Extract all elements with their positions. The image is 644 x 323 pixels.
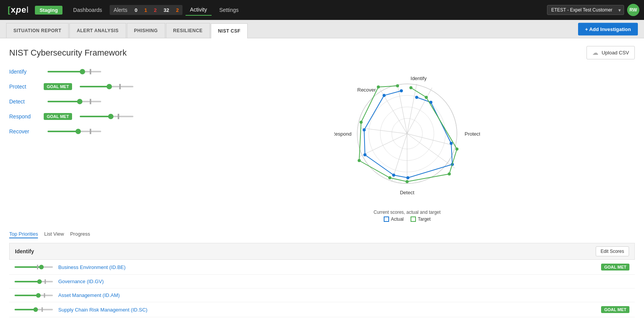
list-item-label-id-am[interactable]: Asset Management (ID.AM) bbox=[58, 292, 629, 298]
list-item-label-id-sc[interactable]: Supply Chain Risk Management (ID.SC) bbox=[58, 307, 596, 313]
slider-row-identify: Identify bbox=[9, 69, 170, 75]
slider-fill-detect bbox=[48, 101, 80, 102]
alert-count-0[interactable]: 0 bbox=[131, 5, 141, 15]
slider-thumb-recover bbox=[76, 129, 81, 134]
list-item-slider-id-sc[interactable] bbox=[15, 309, 53, 310]
svg-point-33 bbox=[377, 85, 380, 89]
list-thumb-id-gv bbox=[37, 279, 42, 284]
radar-label-identify: Identify bbox=[411, 75, 427, 81]
tab-phishing[interactable]: PHISHING bbox=[127, 23, 165, 38]
slider-track-protect[interactable] bbox=[80, 86, 133, 87]
upload-csv-button[interactable]: ☁ Upload CSV bbox=[586, 46, 635, 59]
radar-section: Identify Protect Detect Respond Recover … bbox=[179, 69, 635, 222]
tab-resilience[interactable]: RESILIENCE bbox=[166, 23, 210, 38]
svg-line-8 bbox=[407, 134, 455, 168]
top-navigation: [xpel Staging Dashboards Alerts 0 1 2 32… bbox=[0, 0, 644, 20]
svg-line-11 bbox=[359, 134, 407, 157]
customer-selector[interactable]: ETEST - Expel Test Customer bbox=[547, 5, 624, 15]
add-investigation-button[interactable]: + Add Investigation bbox=[578, 23, 638, 35]
list-item-id-be: Business Environment (ID.BE) GOAL MET bbox=[9, 260, 635, 275]
list-item-slider-id-be[interactable] bbox=[15, 266, 53, 268]
customer-selector-wrap: ETEST - Expel Test Customer bbox=[547, 5, 624, 15]
slider-fill-recover bbox=[48, 131, 78, 132]
slider-target-identify bbox=[90, 69, 91, 74]
slider-label-respond[interactable]: Respond bbox=[9, 113, 44, 120]
page-header: NIST Cybersecurity Framework ☁ Upload CS… bbox=[9, 46, 635, 59]
list-target-id-be bbox=[37, 265, 38, 269]
nav-dashboards[interactable]: Dashboards bbox=[69, 5, 107, 15]
radar-actual-line bbox=[364, 91, 452, 178]
list-thumb-id-be bbox=[39, 265, 44, 269]
list-fill-id-gv bbox=[15, 281, 39, 282]
svg-point-20 bbox=[392, 174, 395, 177]
slider-track-identify[interactable] bbox=[48, 71, 101, 72]
tab-alert-analysis[interactable]: ALERT ANALYSIS bbox=[69, 23, 126, 38]
list-item-id-sc: Supply Chain Risk Management (ID.SC) GOA… bbox=[9, 302, 635, 317]
radar-label-respond: Respond bbox=[334, 131, 352, 137]
radar-label-protect: Protect bbox=[465, 131, 480, 137]
slider-track-detect[interactable] bbox=[48, 101, 101, 102]
list-item-slider-id-gv[interactable] bbox=[15, 281, 53, 282]
legend-items: Actual Target bbox=[374, 216, 441, 222]
alert-count-1[interactable]: 1 bbox=[141, 5, 150, 15]
legend-actual: Actual bbox=[384, 216, 404, 222]
legend-target-label: Target bbox=[418, 216, 430, 222]
slider-track-recover[interactable] bbox=[48, 131, 101, 132]
slider-label-identify[interactable]: Identify bbox=[9, 69, 44, 75]
view-tab-progress[interactable]: Progress bbox=[70, 231, 90, 238]
list-item-label-id-be[interactable]: Business Environment (ID.BE) bbox=[58, 264, 596, 270]
slider-target-respond bbox=[118, 114, 119, 119]
slider-row-recover: Recover bbox=[9, 128, 170, 134]
list-target-id-gv bbox=[45, 279, 46, 284]
list-item-label-id-gv[interactable]: Governance (ID.GV) bbox=[58, 279, 629, 284]
slider-fill-protect bbox=[80, 86, 109, 87]
radar-label-recover: Recover bbox=[357, 87, 376, 93]
list-item-slider-id-am[interactable] bbox=[15, 295, 53, 296]
slider-target-protect bbox=[119, 84, 121, 89]
user-avatar[interactable]: RW bbox=[627, 4, 639, 16]
section-header-identify: Identify Edit Scores bbox=[9, 243, 635, 260]
list-fill-id-am bbox=[15, 295, 38, 296]
slider-label-recover[interactable]: Recover bbox=[9, 128, 44, 134]
tab-nist-csf[interactable]: NIST CSF bbox=[211, 23, 248, 38]
view-tab-top-priorities[interactable]: Top Priorities bbox=[9, 231, 38, 238]
radar-chart: Identify Protect Detect Respond Recover bbox=[334, 69, 480, 207]
slider-thumb-respond bbox=[108, 114, 113, 119]
goal-met-id-be: GOAL MET bbox=[601, 264, 629, 271]
slider-thumb-detect bbox=[77, 99, 82, 104]
svg-point-21 bbox=[363, 153, 366, 156]
view-tabs: Top Priorities List View Progress bbox=[9, 231, 635, 238]
bottom-section: Top Priorities List View Progress Identi… bbox=[9, 231, 635, 317]
slider-track-respond[interactable] bbox=[80, 116, 133, 117]
slider-label-protect[interactable]: Protect bbox=[9, 84, 44, 90]
main-content: NIST Cybersecurity Framework ☁ Upload CS… bbox=[0, 38, 644, 323]
svg-point-22 bbox=[363, 128, 366, 131]
list-thumb-id-sc bbox=[33, 307, 38, 312]
list-item-id-gv: Governance (ID.GV) bbox=[9, 275, 635, 289]
nav-settings[interactable]: Settings bbox=[215, 5, 243, 15]
slider-fill-identify bbox=[48, 71, 82, 72]
edit-scores-button[interactable]: Edit Scores bbox=[596, 246, 629, 256]
slider-row-detect: Detect bbox=[9, 98, 170, 105]
alert-count-32[interactable]: 32 bbox=[160, 5, 172, 15]
svg-point-31 bbox=[358, 159, 361, 162]
legend-title: Current scores, actual and target bbox=[374, 210, 441, 215]
radar-svg: Identify Protect Detect Respond Recover bbox=[334, 69, 480, 199]
svg-point-17 bbox=[450, 142, 453, 145]
tab-situation-report[interactable]: SITUATION REPORT bbox=[6, 23, 69, 38]
view-tab-list-view[interactable]: List View bbox=[44, 231, 64, 238]
main-two-col: Identify Protect GOAL MET Detect bbox=[9, 69, 635, 222]
alert-count-3[interactable]: 2 bbox=[172, 5, 182, 15]
alert-count-2[interactable]: 2 bbox=[151, 5, 160, 15]
nav-activity[interactable]: Activity bbox=[186, 4, 212, 16]
tabs-row: SITUATION REPORT ALERT ANALYSIS PHISHING… bbox=[0, 20, 644, 38]
svg-point-27 bbox=[455, 148, 458, 151]
slider-row-protect: Protect GOAL MET bbox=[9, 83, 170, 90]
svg-point-15 bbox=[415, 96, 418, 99]
alerts-label[interactable]: Alerts bbox=[110, 5, 131, 15]
slider-label-detect[interactable]: Detect bbox=[9, 98, 44, 105]
svg-point-28 bbox=[448, 172, 451, 175]
list-item-id-am: Asset Management (ID.AM) bbox=[9, 289, 635, 302]
svg-line-12 bbox=[361, 128, 407, 134]
slider-target-recover bbox=[90, 129, 91, 134]
